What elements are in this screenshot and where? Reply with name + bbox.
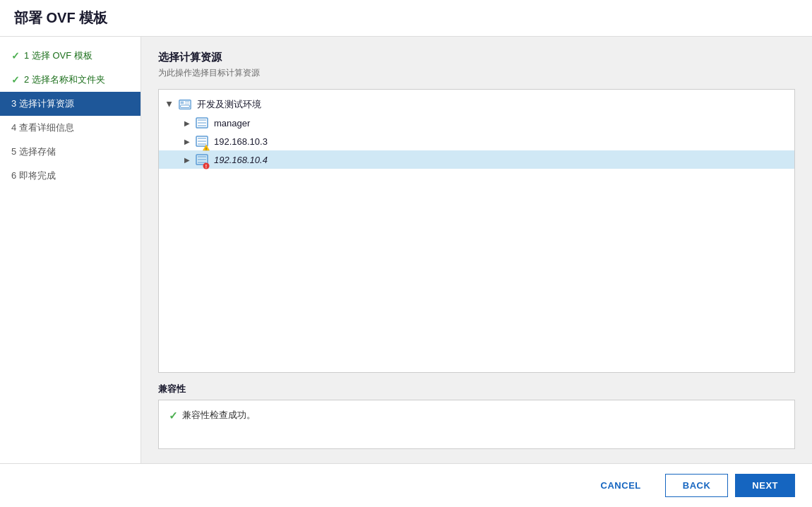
sidebar-item-step2[interactable]: ✓2 选择名称和文件夹 [0,68,141,92]
sidebar-item-label: 2 选择名称和文件夹 [24,73,105,86]
check-icon: ✓ [11,50,20,61]
svg-rect-8 [198,125,206,126]
svg-rect-10 [198,138,206,139]
next-button[interactable]: NEXT [735,474,795,497]
sidebar-item-step4: 4 查看详细信息 [0,116,141,140]
svg-rect-17 [198,159,206,160]
sidebar-item-label: 3 选择计算资源 [11,97,74,110]
tree-node-host3[interactable]: ▶ ! 192.168.10.3 [159,132,794,150]
sidebar-item-label: 6 即将完成 [11,169,56,182]
svg-rect-16 [198,156,206,157]
sidebar-item-label: 5 选择存储 [11,145,56,158]
tree-arrow[interactable]: ▶ [181,136,193,147]
check-icon: ✓ [169,410,178,422]
title-text: 部署 OVF 模板 [14,10,107,25]
tree-node-label: 192.168.10.4 [214,155,268,165]
footer: CANCEL BACK NEXT [0,463,812,507]
error-badge: ! [203,161,210,168]
svg-rect-2 [185,102,189,102]
compatibility-title: 兼容性 [158,383,795,395]
sidebar: ✓1 选择 OVF 模板✓2 选择名称和文件夹3 选择计算资源4 查看详细信息5… [0,37,141,463]
tree-node-datacenter[interactable]: ▶ 开发及测试环境 [159,95,794,114]
tree-arrow[interactable]: ▶ [165,99,176,110]
svg-rect-1 [181,102,184,105]
sidebar-item-label: 1 选择 OVF 模板 [24,49,92,62]
tree-node-label: 开发及测试环境 [197,98,261,111]
tree-node-label: 192.168.10.3 [214,136,268,147]
tree-node-label: manager [214,118,250,129]
svg-rect-4 [181,105,190,108]
sidebar-item-step3[interactable]: 3 选择计算资源 [0,92,141,116]
svg-text:!: ! [205,164,207,169]
compatibility-message: 兼容性检查成功。 [182,409,256,422]
compatibility-section: 兼容性 ✓ 兼容性检查成功。 [158,383,795,449]
tree-node-host4[interactable]: ▶ ! 192.168.10.4 [159,150,794,169]
cancel-button[interactable]: CANCEL [584,474,658,497]
svg-rect-7 [198,122,206,124]
main-content: ✓1 选择 OVF 模板✓2 选择名称和文件夹3 选择计算资源4 查看详细信息5… [0,37,812,463]
compatibility-box: ✓ 兼容性检查成功。 [158,400,795,449]
dialog-title: 部署 OVF 模板 [0,0,812,37]
sidebar-item-step1[interactable]: ✓1 选择 OVF 模板 [0,44,141,68]
back-button[interactable]: BACK [665,474,729,497]
svg-rect-11 [198,141,206,142]
svg-text:!: ! [205,147,207,151]
datacenter-icon [179,99,191,110]
section-subtitle: 为此操作选择目标计算资源 [158,67,795,79]
resource-tree[interactable]: ▶ 开发及测试环境▶ manager▶ ! 192.168.10.3▶ [158,89,795,373]
tree-arrow[interactable]: ▶ [181,154,193,165]
section-title: 选择计算资源 [158,51,795,64]
svg-rect-3 [185,103,189,104]
check-icon: ✓ [11,74,20,85]
sidebar-item-label: 4 查看详细信息 [11,121,74,134]
tree-arrow[interactable]: ▶ [181,117,193,129]
tree-node-manager[interactable]: ▶ manager [159,114,794,132]
content-area: 选择计算资源 为此操作选择目标计算资源 ▶ 开发及测试环境▶ manager▶ [141,37,812,463]
warning-badge: ! [203,143,210,150]
sidebar-item-step5: 5 选择存储 [0,140,141,164]
host-icon [196,117,208,129]
sidebar-item-step6: 6 即将完成 [0,164,141,188]
svg-rect-6 [198,119,206,121]
